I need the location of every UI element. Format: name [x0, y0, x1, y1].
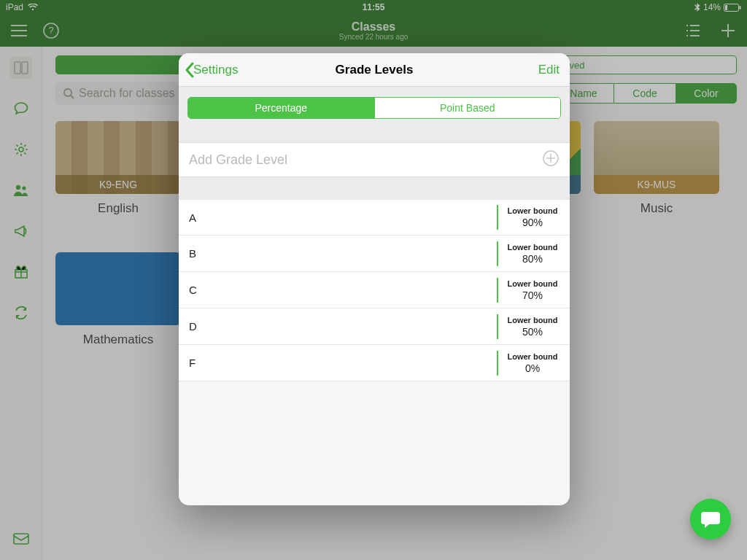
lower-bound-value: 70% — [507, 289, 558, 301]
chat-fab[interactable] — [690, 499, 731, 540]
lower-bound-value: 90% — [507, 217, 558, 228]
modal-title: Grade Levels — [336, 63, 414, 77]
grade-row[interactable]: ALower bound90% — [179, 199, 570, 236]
add-grade-label: Add Grade Level — [189, 152, 287, 168]
back-label: Settings — [193, 63, 238, 77]
grade-letter: B — [189, 247, 196, 260]
grade-row[interactable]: BLower bound80% — [179, 236, 570, 272]
add-grade-level[interactable]: Add Grade Level — [179, 142, 570, 177]
edit-button[interactable]: Edit — [538, 63, 560, 77]
grade-row[interactable]: DLower bound50% — [179, 308, 570, 345]
back-button[interactable]: Settings — [185, 62, 238, 78]
grade-letter: D — [189, 320, 197, 332]
divider — [497, 241, 498, 266]
divider — [497, 278, 498, 303]
divider — [497, 351, 498, 376]
divider — [497, 205, 498, 230]
lower-bound-value: 0% — [507, 362, 558, 374]
grade-row[interactable]: CLower bound70% — [179, 272, 570, 308]
grade-row[interactable]: FLower bound0% — [179, 345, 570, 381]
plus-icon — [542, 149, 560, 171]
grade-type-segment: Percentage Point Based — [187, 97, 561, 119]
grade-level-list: ALower bound90%BLower bound80%CLower bou… — [179, 199, 570, 381]
grade-letter: F — [189, 357, 196, 369]
seg-point-based[interactable]: Point Based — [374, 98, 561, 118]
lower-bound-label: Lower bound — [507, 243, 558, 252]
lower-bound-value: 80% — [507, 253, 558, 265]
lower-bound-label: Lower bound — [507, 206, 558, 215]
grade-letter: A — [189, 211, 196, 224]
lower-bound-label: Lower bound — [507, 279, 558, 288]
lower-bound-label: Lower bound — [507, 352, 558, 361]
divider — [497, 314, 498, 339]
grade-letter: C — [189, 284, 197, 296]
seg-percentage[interactable]: Percentage — [188, 98, 374, 118]
lower-bound-value: 50% — [507, 326, 558, 338]
lower-bound-label: Lower bound — [507, 316, 558, 324]
grade-levels-modal: Settings Grade Levels Edit Percentage Po… — [179, 53, 570, 505]
